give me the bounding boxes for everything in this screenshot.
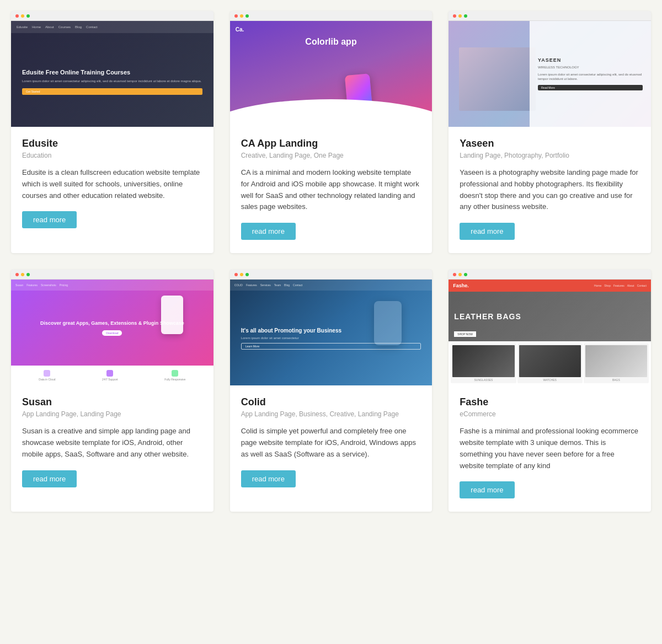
mock-cta: SHOP NOW [454, 331, 476, 337]
service-icon [44, 370, 50, 377]
mock-cta: Get Started [22, 88, 202, 95]
yaseen-mock: YASEEN WIRELESS TECHNOLOGY Lorem ipsum d… [449, 21, 651, 127]
browser-content-ca: Ca. Colorlib app [230, 21, 433, 127]
mock-heading: LEATHER BAGS [454, 312, 521, 321]
mock-photo [459, 47, 536, 111]
fashe-mock: Fashe. Home Shop Features About Contact … [449, 280, 651, 385]
browser-bar [449, 270, 651, 280]
browser-dot-yellow [458, 273, 462, 276]
card-edusite: Edusite Home About Courses Blog Contact … [11, 11, 213, 253]
service-item: 24/7 Support [102, 370, 118, 381]
browser-dot-red [234, 273, 238, 276]
read-more-button[interactable]: read more [241, 223, 296, 240]
card-tags: Education [22, 152, 202, 159]
browser-content-susan: Susan Features Screenshots Pricing Disco… [11, 280, 213, 385]
card-title: Yaseen [460, 138, 640, 149]
card-tags: Creative, Landing Page, One Page [241, 152, 421, 159]
browser-dot-yellow [458, 14, 462, 18]
mock-products: SUNGLASSES WATCHES BAGS [449, 341, 651, 385]
browser-bar [449, 11, 651, 21]
mock-hero: LEATHER BAGS SHOP NOW [449, 292, 651, 341]
card-tags: App Landing Page, Business, Creative, La… [241, 410, 421, 418]
service-item: Data in Cloud [39, 370, 55, 381]
card-image-colid: COLID Features Services Team Blog Contac… [230, 270, 433, 385]
browser-dot-green [245, 14, 249, 18]
card-description: Susan is a creative and simple app landi… [22, 426, 202, 460]
card-yaseen: YASEEN WIRELESS TECHNOLOGY Lorem ipsum d… [449, 11, 651, 253]
browser-dot-red [15, 14, 19, 18]
card-description: Fashe is a minimal and professional look… [460, 426, 640, 471]
card-description: CA is a minimal and modern looking websi… [241, 167, 421, 213]
mock-phone [161, 296, 183, 334]
card-title: Susan [22, 396, 202, 408]
service-icon [172, 370, 178, 377]
mock-desc: Lorem ipsum dolor sit amet consectetur a… [22, 79, 202, 83]
mock-logo: Fashe. [453, 283, 469, 288]
colid-mock: COLID Features Services Team Blog Contac… [230, 280, 433, 385]
mock-subheading: WIRELESS TECHNOLOGY [538, 65, 643, 69]
mock-heading: YASEEN [538, 57, 643, 63]
product-bag: BAGS [584, 344, 649, 383]
card-body-edusite: Edusite Education Edusite is a clean ful… [11, 127, 213, 242]
card-body-fashe: Fashe eCommerce Fashe is a minimal and p… [449, 385, 651, 512]
card-body-colid: Colid App Landing Page, Business, Creati… [230, 385, 433, 500]
mock-cta: Download [102, 330, 122, 336]
card-description: Yaseen is a photography website landing … [460, 167, 640, 213]
product-image [519, 345, 581, 377]
mock-logo: Ca. [236, 26, 244, 33]
browser-dot-red [453, 14, 456, 18]
card-tags: eCommerce [460, 410, 640, 418]
mock-nav: Susan Features Screenshots Pricing [11, 280, 213, 291]
card-ca-app: Ca. Colorlib app CA App Landing Creative… [230, 11, 433, 253]
card-image-susan: Susan Features Screenshots Pricing Disco… [11, 270, 213, 385]
card-body-ca: CA App Landing Creative, Landing Page, O… [230, 127, 433, 253]
browser-dot-red [234, 14, 238, 18]
read-more-button[interactable]: read more [22, 470, 77, 487]
browser-dot-red [453, 273, 456, 276]
mock-desc: Lorem ipsum dolor sit amet consectetur a… [538, 72, 643, 82]
read-more-button[interactable]: read more [460, 481, 514, 498]
card-body-yaseen: Yaseen Landing Page, Photography, Portfo… [449, 127, 651, 253]
mock-overlay: YASEEN WIRELESS TECHNOLOGY Lorem ipsum d… [530, 21, 651, 127]
read-more-button[interactable]: read more [22, 211, 77, 228]
mock-hero: It's all about Promoting your Business L… [230, 291, 433, 385]
browser-content-colid: COLID Features Services Team Blog Contac… [230, 280, 433, 385]
browser-bar [11, 270, 213, 280]
browser-dot-red [15, 273, 19, 276]
mock-heading: It's all about Promoting your Business [241, 327, 349, 334]
read-more-button[interactable]: read more [460, 223, 514, 240]
card-image-yaseen: YASEEN WIRELESS TECHNOLOGY Lorem ipsum d… [449, 11, 651, 127]
card-image-edusite: Edusite Home About Courses Blog Contact … [11, 11, 213, 127]
card-tags: App Landing Page, Landing Page [22, 410, 202, 418]
product-sunglasses: SUNGLASSES [451, 344, 516, 383]
mock-nav: Edusite Home About Courses Blog Contact [11, 21, 213, 33]
product-label: WATCHES [543, 378, 556, 382]
mock-wave [230, 99, 433, 127]
template-grid: Edusite Home About Courses Blog Contact … [11, 11, 651, 512]
mock-cta: Read More [538, 85, 643, 90]
mock-header: Fashe. Home Shop Features About Contact [449, 280, 651, 292]
card-tags: Landing Page, Photography, Portfolio [460, 152, 640, 159]
card-image-fashe: Fashe. Home Shop Features About Contact … [449, 270, 651, 385]
mock-services: Data in Cloud 24/7 Support Fully Respons… [11, 366, 213, 385]
browser-dot-yellow [240, 273, 243, 276]
browser-dot-green [26, 14, 30, 18]
card-title: Colid [241, 396, 421, 408]
card-image-ca: Ca. Colorlib app [230, 11, 433, 127]
product-label: SUNGLASSES [474, 378, 493, 382]
card-susan: Susan Features Screenshots Pricing Disco… [11, 270, 213, 512]
browser-bar [230, 11, 433, 21]
ca-mock: Ca. Colorlib app [230, 21, 433, 127]
browser-dot-green [464, 273, 467, 276]
mock-nav: COLID Features Services Team Blog Contac… [230, 280, 433, 291]
mock-heading: Colorlib app [305, 37, 356, 47]
card-colid: COLID Features Services Team Blog Contac… [230, 270, 433, 512]
read-more-button[interactable]: read more [241, 470, 296, 487]
mock-heading: Edusite Free Online Training Courses [22, 68, 202, 76]
product-watch: WATCHES [517, 344, 583, 383]
browser-dot-yellow [21, 273, 24, 276]
browser-dot-green [464, 14, 467, 18]
product-image [585, 345, 647, 377]
browser-content-yaseen: YASEEN WIRELESS TECHNOLOGY Lorem ipsum d… [449, 21, 651, 127]
browser-dot-green [26, 273, 30, 276]
